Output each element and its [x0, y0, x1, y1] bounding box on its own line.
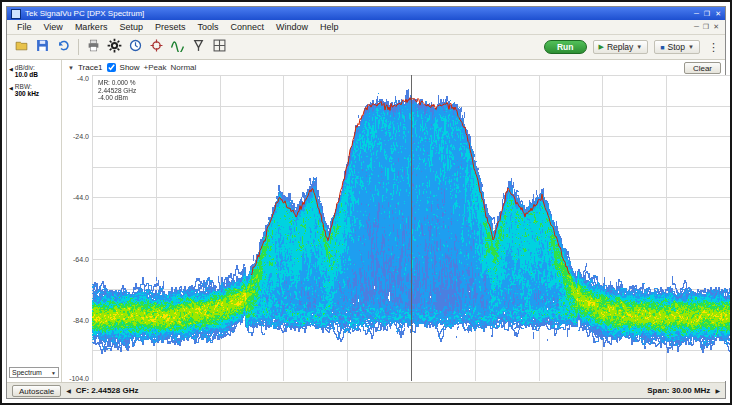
- printer-icon: [87, 38, 100, 56]
- open-file-button[interactable]: [11, 37, 31, 57]
- y-axis: -4.0 -24.0 -44.0 -64.0 -84.0 -104.0: [62, 75, 92, 381]
- play-icon: ▶: [599, 43, 604, 51]
- gear-icon: [107, 38, 122, 57]
- mdi-restore-button[interactable]: ❐: [703, 23, 709, 31]
- y-axis-label: -64.0: [73, 255, 89, 262]
- collapse-left-icon: ◀: [9, 85, 13, 91]
- close-button[interactable]: ✕: [715, 10, 721, 18]
- rbw-control[interactable]: ◀ RBW: 300 kHz: [9, 83, 59, 97]
- menu-item-setup[interactable]: Setup: [113, 22, 149, 32]
- trace-name-label: Trace1: [78, 63, 103, 72]
- marker-flag-icon: [192, 38, 205, 56]
- spectrum-canvas[interactable]: [92, 75, 730, 381]
- db-per-div-value: 10.0 dB: [15, 71, 38, 78]
- marker-readout-line: MR: 0.000 %: [98, 79, 136, 87]
- y-axis-label: -84.0: [73, 316, 89, 323]
- app-icon: [11, 9, 21, 19]
- center-frequency-readout[interactable]: CF: 2.44528 GHz: [76, 386, 139, 395]
- marker-readout-line: 2.44528 GHz: [98, 87, 136, 95]
- overflow-menu-icon[interactable]: ⋮: [706, 41, 721, 54]
- chevron-down-icon: ▼: [688, 44, 694, 50]
- trace-collapse-caret[interactable]: ▼: [68, 65, 74, 71]
- menu-item-markers[interactable]: Markers: [69, 22, 114, 32]
- open-folder-icon: [15, 38, 28, 56]
- marker-readout: MR: 0.000 % 2.44528 GHz -4.00 dBm: [98, 79, 136, 102]
- y-axis-label: -44.0: [73, 194, 89, 201]
- rbw-label: RBW:: [15, 83, 39, 90]
- autoscale-button[interactable]: Autoscale: [12, 385, 61, 397]
- menu-item-view[interactable]: View: [38, 22, 69, 32]
- replay-button[interactable]: ▶ Replay ▼: [593, 40, 649, 54]
- menu-item-presets[interactable]: Presets: [149, 22, 192, 32]
- trigger-button[interactable]: [146, 37, 166, 57]
- mdi-close-button[interactable]: ✕: [713, 23, 719, 31]
- grid-display-icon: [213, 38, 226, 56]
- stop-icon: ■: [660, 44, 664, 51]
- run-button[interactable]: Run: [544, 40, 587, 54]
- toolbar-separator: [78, 39, 79, 55]
- db-per-div-label: dB/div:: [15, 64, 38, 71]
- markers-button[interactable]: [188, 37, 208, 57]
- maximize-button[interactable]: ❐: [704, 10, 710, 18]
- menu-item-tools[interactable]: Tools: [191, 22, 224, 32]
- acquisition-button[interactable]: [125, 37, 145, 57]
- y-axis-label: -24.0: [73, 133, 89, 140]
- show-label: Show: [120, 63, 140, 72]
- menu-bar: File View Markers Setup Presets Tools Co…: [7, 20, 725, 35]
- minimize-button[interactable]: ─: [694, 10, 699, 18]
- settings-button[interactable]: [104, 37, 124, 57]
- clock-icon: [129, 38, 142, 56]
- chevron-down-icon: ▼: [51, 370, 56, 376]
- stop-button[interactable]: ■ Stop ▼: [654, 40, 700, 54]
- spectrum-plot-area: -4.0 -24.0 -44.0 -64.0 -84.0 -104.0 MR: …: [62, 75, 725, 382]
- displays-button[interactable]: [209, 37, 229, 57]
- spectrum-panel: ▼ Trace1 Show +Peak Normal Clear -4.0 -2…: [62, 60, 725, 382]
- cf-adjust-left-arrow[interactable]: ◀: [66, 387, 71, 394]
- menu-item-window[interactable]: Window: [270, 22, 314, 32]
- crosshair-icon: [150, 38, 163, 56]
- chevron-down-icon: ▼: [636, 44, 642, 50]
- db-per-div-control[interactable]: ◀ dB/div: 10.0 dB: [9, 64, 59, 78]
- undo-button[interactable]: [53, 37, 73, 57]
- menu-item-help[interactable]: Help: [314, 22, 345, 32]
- y-axis-label: -4.0: [77, 75, 89, 82]
- analysis-button[interactable]: [167, 37, 187, 57]
- title-bar: Tek SignalVu PC [DPX Spectrum] ─ ❐ ✕: [7, 7, 725, 20]
- main-region: ◀ dB/div: 10.0 dB ◀ RBW: 300 kHz Spectru…: [7, 60, 725, 382]
- collapse-left-icon: ◀: [9, 66, 13, 72]
- settings-side-panel: ◀ dB/div: 10.0 dB ◀ RBW: 300 kHz Spectru…: [7, 60, 62, 382]
- trace-settings-bar: ▼ Trace1 Show +Peak Normal Clear: [62, 60, 725, 75]
- menu-item-connect[interactable]: Connect: [224, 22, 270, 32]
- undo-arrow-icon: [57, 38, 70, 56]
- print-button[interactable]: [83, 37, 103, 57]
- status-bar: Autoscale ◀ CF: 2.44528 GHz Span: 30.00 …: [7, 382, 725, 398]
- marker-readout-line: -4.00 dBm: [98, 94, 136, 102]
- screenshot-frame: Tek SignalVu PC [DPX Spectrum] ─ ❐ ✕ Fil…: [0, 0, 732, 405]
- waveform-icon: [171, 38, 184, 56]
- y-axis-label: -104.0: [69, 375, 89, 382]
- app-window: Tek SignalVu PC [DPX Spectrum] ─ ❐ ✕ Fil…: [6, 6, 726, 399]
- window-title: Tek SignalVu PC [DPX Spectrum]: [25, 9, 144, 18]
- save-button[interactable]: [32, 37, 52, 57]
- span-readout[interactable]: Span: 30.00 MHz: [647, 386, 710, 395]
- save-floppy-icon: [36, 38, 49, 56]
- display-select-value: Spectrum: [12, 369, 42, 376]
- display-select[interactable]: Spectrum ▼: [9, 367, 59, 378]
- rbw-value: 300 kHz: [15, 90, 39, 97]
- mdi-minimize-button[interactable]: ─: [694, 23, 699, 31]
- clear-button[interactable]: Clear: [684, 62, 721, 74]
- show-trace-checkbox[interactable]: [107, 63, 116, 72]
- trace-function-dropdown[interactable]: Normal: [170, 63, 196, 72]
- detector-dropdown[interactable]: +Peak: [144, 63, 167, 72]
- menu-item-file[interactable]: File: [11, 22, 38, 32]
- toolbar: Run ▶ Replay ▼ ■ Stop ▼ ⋮: [7, 35, 725, 60]
- span-adjust-right-arrow[interactable]: ▶: [715, 387, 720, 394]
